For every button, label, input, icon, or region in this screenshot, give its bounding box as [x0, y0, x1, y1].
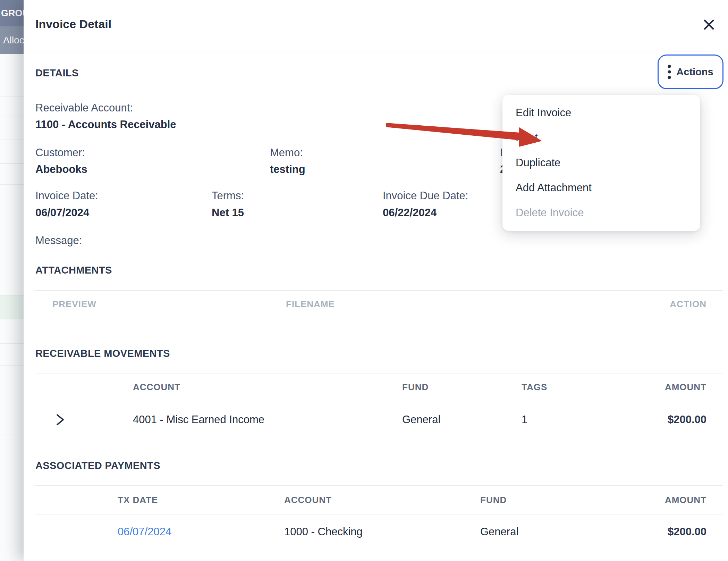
customer-value: Abebooks [35, 162, 87, 177]
screen: { "background_page": { "column_header": … [0, 0, 728, 561]
customer-label: Customer: [35, 145, 85, 160]
background-column-header: GROUPS [0, 0, 24, 26]
receivable-movements-divider [35, 374, 723, 374]
rm-amount-cell: $200.00 [668, 412, 706, 428]
invoice-date-value: 06/07/2024 [35, 206, 89, 220]
header-divider [24, 51, 728, 51]
rm-col-account: ACCOUNT [133, 380, 180, 394]
menu-item-add-attachment[interactable]: Add Attachment [502, 175, 700, 200]
background-row-divider [0, 163, 24, 164]
menu-item-edit-invoice[interactable]: Edit Invoice [502, 100, 700, 125]
ap-col-account: ACCOUNT [284, 493, 332, 507]
rm-fund-cell: General [402, 412, 440, 428]
background-row-divider [0, 365, 24, 366]
actions-button-label: Actions [676, 66, 713, 78]
details-heading: DETAILS [35, 67, 79, 79]
message-label: Message: [35, 233, 82, 248]
attachments-heading: ATTACHMENTS [35, 265, 112, 276]
menu-item-print[interactable]: Print [502, 125, 700, 150]
rm-col-fund: FUND [402, 380, 429, 394]
actions-dropdown-menu: Edit Invoice Print Duplicate Add Attachm… [502, 95, 700, 231]
attachments-col-filename: FILENAME [286, 297, 335, 311]
menu-item-delete-invoice: Delete Invoice [502, 200, 700, 225]
background-row-divider [0, 343, 24, 344]
associated-payments-divider [35, 485, 723, 486]
receivable-movements-heading: RECEIVABLE MOVEMENTS [35, 348, 170, 359]
terms-value: Net 15 [212, 206, 244, 220]
attachments-col-action: ACTION [670, 297, 706, 311]
ap-fund-cell: General [480, 524, 518, 540]
background-row-divider [0, 435, 24, 435]
receivable-movements-header-divider [35, 402, 723, 402]
attachments-col-preview: PREVIEW [52, 297, 96, 311]
background-row-divider [0, 184, 24, 185]
terms-label: Terms: [212, 189, 244, 203]
associated-payments-header-divider [35, 514, 723, 514]
rm-account-cell: 4001 - Misc Earned Income [133, 412, 264, 428]
memo-value: testing [270, 162, 305, 177]
rm-col-amount: AMOUNT [665, 380, 706, 394]
background-selected-row: Allocations [0, 26, 24, 54]
ap-col-amount: AMOUNT [665, 493, 706, 507]
background-row-divider [0, 140, 24, 140]
memo-label: Memo: [270, 145, 303, 160]
invoice-due-date-label: Invoice Due Date: [383, 189, 468, 203]
background-page-strip: GROUPS Allocations [0, 0, 24, 561]
receivable-account-value: 1100 - Accounts Receivable [35, 117, 176, 132]
ap-account-cell: 1000 - Checking [284, 524, 363, 540]
ap-amount-cell: $200.00 [668, 524, 706, 540]
receivable-account-label: Receivable Account: [35, 101, 133, 115]
associated-payments-heading: ASSOCIATED PAYMENTS [35, 460, 160, 471]
menu-item-duplicate[interactable]: Duplicate [502, 150, 700, 175]
background-row-divider [0, 295, 24, 296]
invoice-date-label: Invoice Date: [35, 189, 98, 203]
ap-col-txdate: TX DATE [118, 493, 158, 507]
ap-txdate-link[interactable]: 06/07/2024 [118, 524, 171, 540]
background-row-divider [0, 319, 24, 319]
close-button[interactable] [702, 18, 716, 31]
ap-col-fund: FUND [480, 493, 507, 507]
invoice-due-date-value: 06/22/2024 [383, 206, 437, 220]
x-icon [702, 18, 716, 31]
dialog-title: Invoice Detail [35, 17, 111, 31]
kebab-menu-icon [668, 64, 671, 80]
expand-row-button[interactable] [54, 413, 66, 426]
rm-col-tags: TAGS [522, 380, 547, 394]
invoice-detail-dialog: Invoice Detail DETAILS Actions Receivabl… [24, 0, 728, 561]
background-highlighted-row [0, 296, 24, 319]
background-row-divider [0, 97, 24, 97]
background-row-divider [0, 116, 24, 116]
attachments-table-divider [35, 290, 723, 291]
chevron-right-icon [54, 413, 66, 426]
rm-tags-cell: 1 [522, 412, 527, 428]
actions-button[interactable]: Actions [658, 55, 723, 89]
